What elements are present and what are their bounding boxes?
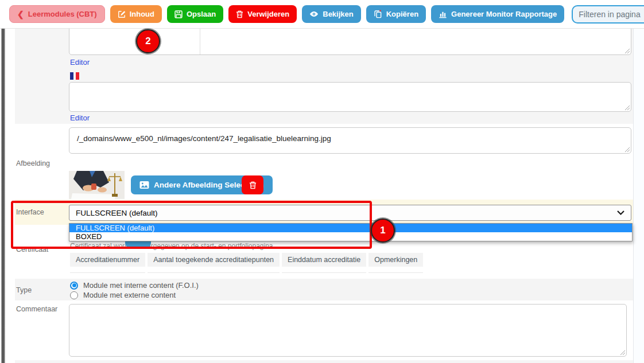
commentaar-textarea[interactable] <box>69 305 626 356</box>
annotation-step-1-number: 1 <box>380 225 385 236</box>
trash-icon <box>236 10 243 18</box>
interface-row: Interface FULLSCREEN (default) <box>15 200 633 225</box>
commentaar-wrap <box>69 304 627 357</box>
next-row-strip <box>15 360 633 363</box>
empty-cell <box>282 267 366 273</box>
editor-link-bottom[interactable]: Editor <box>70 114 90 122</box>
kopieren-button[interactable]: Kopiëren <box>366 5 426 23</box>
rapportage-button-label: Genereer Monitor Rapportage <box>451 10 557 18</box>
empty-cell <box>368 267 423 273</box>
commentaar-row: Commentaar <box>15 300 633 360</box>
french-flag-icon <box>70 72 79 80</box>
interface-select[interactable]: FULLSCREEN (default) <box>69 205 631 221</box>
left-scrollbar[interactable] <box>1 29 5 363</box>
radio-externe-content[interactable] <box>70 291 78 299</box>
col-opmerkingen: Opmerkingen <box>368 253 423 267</box>
genereer-monitor-rapportage-button[interactable]: Genereer Monitor Rapportage <box>431 5 564 23</box>
trash-icon <box>249 181 257 189</box>
editors-row: Editor Editor <box>15 29 633 124</box>
filter-box <box>572 5 644 24</box>
right-margin <box>633 29 644 363</box>
interface-label: Interface <box>16 208 44 216</box>
image-icon <box>139 181 149 189</box>
chevron-down-icon <box>617 210 624 215</box>
certificaat-description: Certificaat zal worden weergegeven op de… <box>70 242 275 250</box>
radio-interne-label: Module met interne content (F.O.I.) <box>83 281 199 290</box>
annotation-step-2-number: 2 <box>145 36 150 47</box>
back-button-label: Leermodules (CBT) <box>28 10 97 18</box>
dropdown-option-boxed[interactable]: BOXED <box>69 232 632 241</box>
image-path-input[interactable]: /_domains/www_e500_nl/images/content/247… <box>69 128 631 153</box>
afbeelding-thumbnail <box>69 171 125 199</box>
radio-interne-content[interactable] <box>70 282 78 290</box>
delete-image-button[interactable] <box>242 175 263 194</box>
afbeelding-label: Afbeelding <box>16 159 50 167</box>
copy-icon <box>374 10 382 18</box>
dropdown-option-fullscreen[interactable]: FULLSCREEN (default) <box>69 224 632 232</box>
save-icon <box>174 10 183 18</box>
bekijken-button[interactable]: Bekijken <box>302 5 360 23</box>
opslaan-button[interactable]: Opslaan <box>167 5 223 23</box>
bekijken-button-label: Bekijken <box>323 10 353 18</box>
type-option-interne: Module met interne content (F.O.I.) <box>70 281 199 290</box>
edit-icon <box>118 10 126 18</box>
table-row <box>70 267 423 273</box>
image-path-wrap: /_domains/www_e500_nl/images/content/247… <box>69 127 631 154</box>
verwijderen-button-label: Verwijderen <box>247 10 289 18</box>
interface-dropdown-list: FULLSCREEN (default) BOXED <box>69 223 633 241</box>
empty-cell <box>70 267 145 273</box>
type-row: Type Module met interne content (F.O.I.)… <box>15 279 633 300</box>
verwijderen-button[interactable]: Verwijderen <box>228 5 297 23</box>
page: ❮ Leermodules (CBT) Inhoud Opslaan Verwi… <box>0 0 644 363</box>
type-option-externe: Module met externe content <box>70 291 176 299</box>
inhoud-button[interactable]: Inhoud <box>110 5 162 23</box>
type-label: Type <box>16 286 32 294</box>
eye-icon <box>309 10 319 18</box>
editor-textarea-fr-wrap <box>69 82 631 112</box>
empty-cell <box>148 267 280 273</box>
inhoud-button-label: Inhoud <box>130 10 154 18</box>
interface-select-value: FULLSCREEN (default) <box>76 209 158 217</box>
editor-link-top[interactable]: Editor <box>70 58 90 67</box>
radio-externe-label: Module met externe content <box>83 291 176 299</box>
col-accreditatienummer: Accreditatienummer <box>70 253 145 267</box>
filter-input[interactable] <box>577 9 644 19</box>
opslaan-button-label: Opslaan <box>187 10 216 18</box>
toolbar: ❮ Leermodules (CBT) Inhoud Opslaan Verwi… <box>0 0 644 29</box>
afbeelding-row: /_domains/www_e500_nl/images/content/247… <box>15 124 633 200</box>
col-accreditatiepunten: Aantal toegekende accreditatiepunten <box>148 253 280 267</box>
back-to-leermodules-button[interactable]: ❮ Leermodules (CBT) <box>9 5 105 23</box>
col-einddatum: Einddatum accreditatie <box>282 253 366 267</box>
commentaar-label: Commentaar <box>16 305 57 313</box>
certificaat-label: Certificaat <box>16 245 48 253</box>
bar-chart-icon <box>439 10 447 18</box>
annotation-step-1-badge: 1 <box>371 218 395 243</box>
chevron-left-icon: ❮ <box>17 10 24 19</box>
accreditatie-table: Accreditatienummer Aantal toegekende acc… <box>68 252 425 274</box>
annotation-step-2-badge: 2 <box>136 29 160 53</box>
editor-textarea-fr[interactable] <box>69 83 631 111</box>
kopieren-button-label: Kopiëren <box>386 10 418 18</box>
